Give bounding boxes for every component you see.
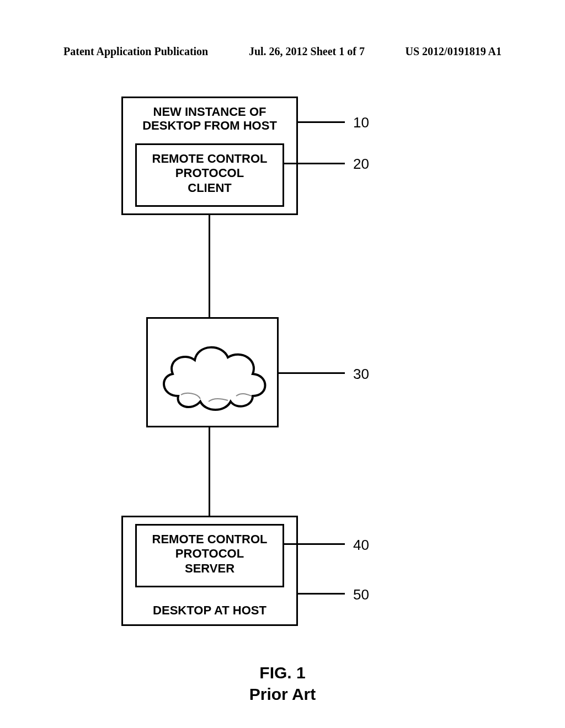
page-header: Patent Application Publication Jul. 26, … <box>63 45 502 58</box>
client-line1: REMOTE CONTROL <box>152 152 268 165</box>
block-remote-control-client: REMOTE CONTROL PROTOCOL CLIENT <box>135 143 284 207</box>
ref-10: 10 <box>353 114 369 131</box>
ref-30: 30 <box>353 366 369 383</box>
figure-caption: FIG. 1 Prior Art <box>0 662 565 705</box>
block-network-cloud <box>146 317 279 427</box>
block-remote-control-server-title: REMOTE CONTROL PROTOCOL SERVER <box>137 532 282 576</box>
block-remote-control-client-title: REMOTE CONTROL PROTOCOL CLIENT <box>137 152 282 195</box>
leader-line-50 <box>298 593 345 595</box>
ref-50: 50 <box>353 586 369 603</box>
host-top-line2: DESKTOP FROM HOST <box>142 119 277 132</box>
connector-cloud-to-server <box>209 427 210 516</box>
block-new-instance-host-title: NEW INSTANCE OF DESKTOP FROM HOST <box>123 105 296 133</box>
leader-line-10 <box>298 121 345 123</box>
server-line2: PROTOCOL <box>175 547 244 560</box>
server-line3: SERVER <box>185 561 234 575</box>
block-desktop-at-host-title: DESKTOP AT HOST <box>123 603 296 618</box>
cloud-icon <box>153 330 275 418</box>
figure-number: FIG. 1 <box>259 663 305 682</box>
client-line3: CLIENT <box>188 181 231 195</box>
client-line2: PROTOCOL <box>175 166 244 180</box>
ref-40: 40 <box>353 537 369 554</box>
connector-client-to-cloud <box>209 215 210 317</box>
block-remote-control-server: REMOTE CONTROL PROTOCOL SERVER <box>135 524 284 587</box>
header-right: US 2012/0191819 A1 <box>406 45 502 58</box>
leader-line-40 <box>284 543 345 545</box>
host-top-line1: NEW INSTANCE OF <box>153 105 266 119</box>
figure-subtitle: Prior Art <box>249 685 316 703</box>
leader-line-30 <box>279 372 345 374</box>
header-center: Jul. 26, 2012 Sheet 1 of 7 <box>249 45 365 58</box>
leader-line-20 <box>284 163 345 164</box>
server-line1: REMOTE CONTROL <box>152 532 268 546</box>
figure-diagram: NEW INSTANCE OF DESKTOP FROM HOST REMOTE… <box>0 91 565 643</box>
ref-20: 20 <box>353 156 369 173</box>
header-left: Patent Application Publication <box>63 45 208 58</box>
